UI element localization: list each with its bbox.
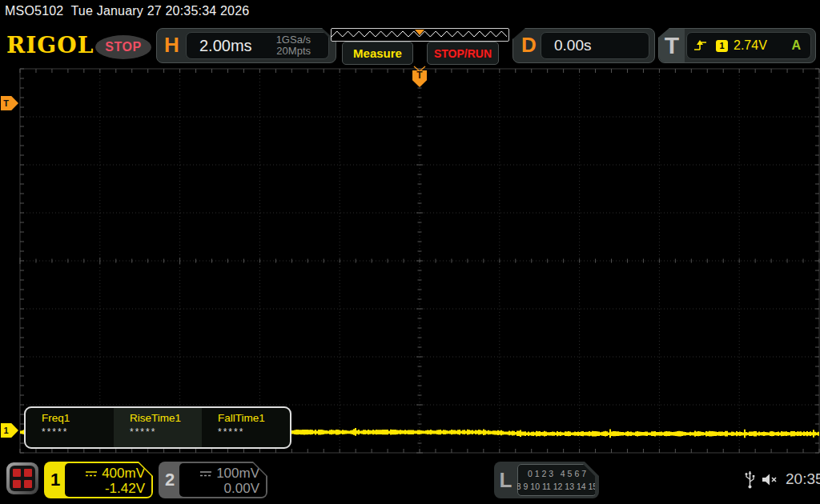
measurement-value: ***** <box>130 426 202 438</box>
usb-icon <box>744 469 756 490</box>
measurement-value: ***** <box>42 426 114 438</box>
measurement-falltime1[interactable]: FallTime1 ***** <box>202 408 290 447</box>
channel2-badge: 2 <box>159 462 181 498</box>
sound-muted-icon <box>761 472 780 487</box>
measurement-label: FallTime1 <box>218 412 290 424</box>
measurement-risetime1[interactable]: RiseTime1 ***** <box>114 408 202 447</box>
channel2-block[interactable]: 2 100mV 0.00V <box>159 462 267 498</box>
logic-label: L <box>494 462 517 498</box>
channel1-badge: 1 <box>44 462 66 498</box>
measurement-value: ***** <box>218 426 290 438</box>
dc-coupling-icon <box>199 470 212 478</box>
channel2-offset: 0.00V <box>186 481 259 496</box>
window-layout-menu-icon[interactable] <box>6 462 38 494</box>
measurement-overlay: Freq1 ***** RiseTime1 ***** FallTime1 **… <box>24 406 291 449</box>
dc-coupling-icon <box>85 470 98 478</box>
channel1-block[interactable]: 1 400mV -1.42V <box>44 462 153 498</box>
clock: 20:35 <box>786 470 820 488</box>
logic-channels-block[interactable]: L 0 1 2 3 4 5 6 7 8 9 10 11 12 13 14 15 <box>494 462 599 498</box>
logic-channel-list: 0 1 2 3 4 5 6 7 8 9 10 11 12 13 14 15 <box>517 464 597 496</box>
channel1-scale: 400mV <box>102 466 145 481</box>
oscilloscope-screen: MSO5102 Tue January 27 20:35:34 2026 RIG… <box>0 0 820 504</box>
measurement-label: Freq1 <box>42 412 114 424</box>
measurement-label: RiseTime1 <box>130 412 202 424</box>
channel2-scale: 100mV <box>216 466 259 481</box>
channel1-offset: -1.42V <box>71 481 145 496</box>
measurement-freq1[interactable]: Freq1 ***** <box>26 408 114 447</box>
